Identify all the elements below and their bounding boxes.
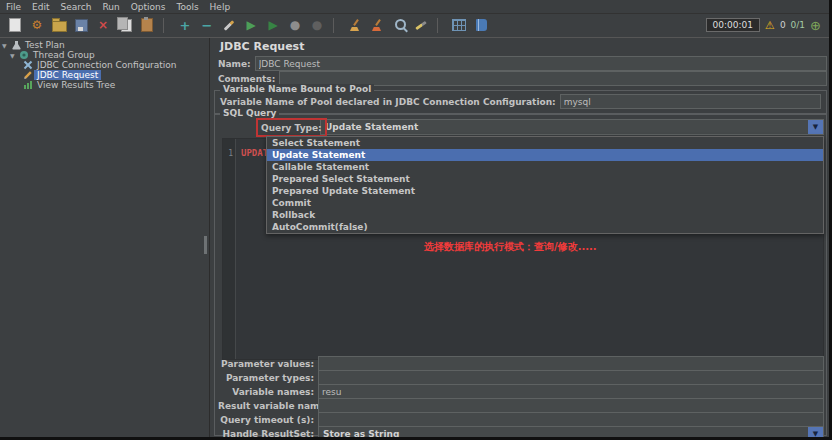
- thread-count: 0/1: [791, 20, 805, 30]
- tree-item-jdbc-request[interactable]: JDBC Request: [0, 70, 209, 80]
- result-variable-name-label: Result variable name:: [218, 401, 314, 411]
- parameter-types-input[interactable]: [318, 370, 824, 385]
- clear-icon[interactable]: [345, 16, 365, 34]
- toolbar-status-cluster: 00:00:01 ⚠ 0 0/1 ⊕: [706, 18, 827, 32]
- floppy-icon: [75, 19, 88, 32]
- clipboard-icon: [141, 18, 153, 32]
- pool-variable-label: Variable Name of Pool declared in JDBC C…: [220, 97, 556, 107]
- tree-item-jdbc-connection-configuration[interactable]: JDBC Connection Configuration: [0, 60, 209, 70]
- dropdown-option[interactable]: AutoCommit(false): [267, 221, 823, 233]
- variable-names-input[interactable]: [318, 384, 824, 399]
- menu-search[interactable]: Search: [61, 2, 92, 12]
- tree-item-label: Test Plan: [22, 40, 68, 50]
- query-type-annotation-box: Query Type:: [256, 118, 327, 137]
- line-number: 1: [228, 149, 233, 158]
- folder-icon: [52, 21, 67, 32]
- pool-variable-input[interactable]: [560, 94, 821, 109]
- menu-run[interactable]: Run: [102, 2, 119, 12]
- warning-icon[interactable]: ⚠: [765, 20, 775, 31]
- query-type-dropdown: Select Statement Update Statement Callab…: [266, 136, 824, 234]
- jmeter-window: File Edit Search Run Options Tools Help …: [0, 0, 832, 440]
- tree-item-test-plan[interactable]: ▼ Test Plan: [0, 40, 209, 50]
- dropdown-option[interactable]: Rollback: [267, 209, 823, 221]
- reset-search-icon[interactable]: [411, 16, 431, 34]
- toolbar-separator: [163, 18, 170, 33]
- toolbar-separator: [333, 18, 340, 33]
- variable-names-row: Variable names:: [218, 385, 824, 398]
- start-icon[interactable]: ▶: [241, 16, 261, 34]
- dropdown-option[interactable]: Prepared Update Statement: [267, 185, 823, 197]
- handle-resultset-value: Store as String: [319, 429, 399, 438]
- result-variable-name-row: Result variable name:: [218, 399, 824, 412]
- book-icon: [476, 19, 487, 31]
- pencil-icon: [224, 20, 235, 31]
- pool-row: Variable Name of Pool declared in JDBC C…: [220, 95, 821, 108]
- name-input[interactable]: [255, 56, 827, 71]
- save-icon[interactable]: [71, 16, 91, 34]
- expand-all-icon[interactable]: +: [175, 16, 195, 34]
- copy-pages-icon: [121, 19, 132, 32]
- query-type-value: Update Statement: [321, 122, 418, 132]
- red-annotation-text: 选择数据库的执行模式：查询/修改.....: [424, 240, 597, 254]
- help-icon[interactable]: [471, 16, 491, 34]
- new-file-icon[interactable]: [5, 16, 25, 34]
- line-number-gutter: 1: [223, 139, 236, 359]
- query-type-label: Query Type:: [261, 123, 322, 133]
- chevron-down-icon[interactable]: ▼: [808, 427, 823, 438]
- result-variable-name-input[interactable]: [318, 398, 824, 413]
- query-timeout-label: Query timeout (s):: [218, 415, 314, 425]
- broom-all-icon: [371, 19, 383, 31]
- parameter-values-row: Parameter values:: [218, 357, 824, 370]
- magnifier-icon: [395, 19, 406, 30]
- parameter-values-label: Parameter values:: [218, 359, 314, 369]
- dropdown-option[interactable]: Prepared Select Statement: [267, 173, 823, 185]
- parameter-types-label: Parameter types:: [218, 373, 314, 383]
- handle-resultset-label: Handle ResultSet:: [218, 429, 314, 438]
- menu-bar: File Edit Search Run Options Tools Help: [0, 0, 832, 14]
- parameter-values-input[interactable]: [318, 356, 824, 371]
- menu-tools[interactable]: Tools: [176, 2, 198, 12]
- toggle-icon[interactable]: [219, 16, 239, 34]
- close-icon[interactable]: ×: [93, 16, 113, 34]
- start-no-pauses-icon[interactable]: ▶: [263, 16, 283, 34]
- grid-icon: [452, 19, 466, 31]
- shutdown-icon[interactable]: ●: [307, 16, 327, 34]
- search-icon[interactable]: [389, 16, 409, 34]
- toolbar-separator: [437, 18, 444, 33]
- templates-icon[interactable]: ⚙: [27, 16, 47, 34]
- dropdown-option[interactable]: Commit: [267, 197, 823, 209]
- copy-icon[interactable]: [115, 16, 135, 34]
- function-helper-icon[interactable]: [449, 16, 469, 34]
- tree-item-label: JDBC Request: [34, 70, 101, 80]
- menu-edit[interactable]: Edit: [32, 2, 49, 12]
- tree-item-view-results-tree[interactable]: View Results Tree: [0, 80, 209, 90]
- thread-group-icon: [18, 50, 30, 60]
- collapse-all-icon[interactable]: −: [197, 16, 217, 34]
- test-plan-icon: [10, 40, 22, 50]
- query-timeout-row: Query timeout (s):: [218, 413, 824, 426]
- menu-help[interactable]: Help: [210, 2, 231, 12]
- dropdown-option-selected[interactable]: Update Statement: [267, 149, 823, 161]
- chevron-down-icon[interactable]: ▼: [2, 42, 10, 49]
- open-file-icon[interactable]: [49, 16, 69, 34]
- tree-item-label: View Results Tree: [34, 80, 118, 90]
- view-results-tree-icon: [22, 80, 34, 90]
- jdbc-request-panel: JDBC Request Name: Comments: Variable Na…: [210, 38, 829, 437]
- menu-options[interactable]: Options: [131, 2, 166, 12]
- query-type-combobox[interactable]: Update Statement ▼: [320, 119, 824, 135]
- clear-all-icon[interactable]: [367, 16, 387, 34]
- comments-label: Comments:: [218, 74, 275, 84]
- chevron-down-icon[interactable]: ▼: [808, 120, 823, 134]
- menu-file[interactable]: File: [6, 2, 21, 12]
- sql-query-legend: SQL Query: [220, 108, 279, 118]
- splitter-handle[interactable]: [204, 236, 207, 254]
- remote-start-icon[interactable]: ⊕: [810, 19, 821, 32]
- tree-item-thread-group[interactable]: ▼ Thread Group: [0, 50, 209, 60]
- chevron-down-icon[interactable]: ▼: [10, 52, 18, 59]
- paste-icon[interactable]: [137, 16, 157, 34]
- tree-item-label: JDBC Connection Configuration: [34, 60, 180, 70]
- handle-resultset-combobox[interactable]: Store as String ▼: [318, 426, 824, 438]
- stop-icon[interactable]: ●: [285, 16, 305, 34]
- dropdown-option[interactable]: Callable Statement: [267, 161, 823, 173]
- dropdown-option[interactable]: Select Statement: [267, 137, 823, 149]
